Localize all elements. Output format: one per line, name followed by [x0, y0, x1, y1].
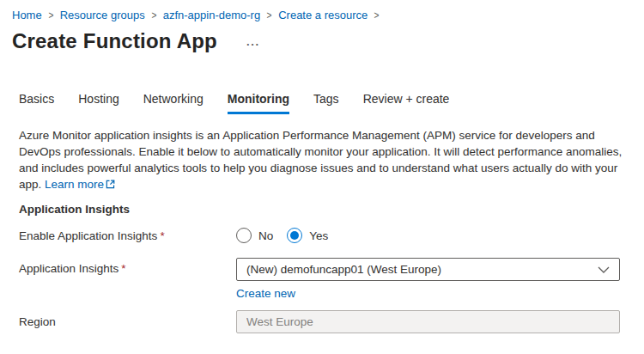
tab-tags[interactable]: Tags	[313, 92, 339, 114]
monitoring-description: Azure Monitor application insights is an…	[19, 127, 625, 193]
application-insights-row: Application Insights* (New) demofuncapp0…	[19, 258, 644, 300]
breadcrumb-separator: >	[267, 9, 272, 21]
radio-yes-label: Yes	[309, 229, 328, 242]
learn-more-link[interactable]: Learn more	[45, 178, 104, 191]
application-insights-control: (New) demofuncapp01 (West Europe) Create…	[236, 258, 620, 300]
region-label: Region	[19, 315, 236, 328]
application-insights-selected-value: (New) demofuncapp01 (West Europe)	[246, 263, 441, 276]
breadcrumb-separator: >	[151, 9, 156, 21]
tab-networking[interactable]: Networking	[143, 92, 204, 114]
breadcrumb-resource-groups[interactable]: Resource groups	[60, 9, 145, 21]
radio-option-yes[interactable]: Yes	[287, 228, 328, 243]
chevron-down-icon	[598, 266, 610, 273]
breadcrumb-home[interactable]: Home	[12, 9, 42, 21]
wizard-tabs: Basics Hosting Networking Monitoring Tag…	[19, 92, 644, 114]
tab-monitoring[interactable]: Monitoring	[228, 92, 289, 114]
breadcrumb-separator: >	[48, 9, 53, 21]
region-input	[236, 310, 620, 333]
required-asterisk: *	[121, 262, 125, 275]
enable-app-insights-radio-group: No Yes	[236, 228, 328, 243]
enable-application-insights-row: Enable Application Insights* No Yes	[19, 224, 644, 247]
enable-application-insights-label-text: Enable Application Insights	[19, 229, 157, 242]
application-insights-label: Application Insights*	[19, 258, 236, 275]
tab-basics[interactable]: Basics	[19, 92, 54, 114]
region-row: Region	[19, 310, 644, 333]
required-asterisk: *	[160, 229, 164, 242]
enable-application-insights-label: Enable Application Insights*	[19, 229, 236, 242]
application-insights-label-text: Application Insights	[19, 262, 118, 275]
more-options-ellipsis-icon[interactable]: ···	[246, 38, 260, 51]
radio-no-label: No	[258, 229, 273, 242]
tab-review-create[interactable]: Review + create	[363, 92, 450, 114]
page-title: Create Function App	[12, 29, 217, 53]
page-header: Create Function App ···	[12, 29, 644, 53]
radio-option-no[interactable]: No	[236, 228, 273, 243]
create-new-link[interactable]: Create new	[236, 287, 620, 300]
radio-yes-circle-icon[interactable]	[287, 228, 302, 243]
breadcrumb-resource-group-name[interactable]: azfn-appin-demo-rg	[163, 9, 260, 21]
radio-no-circle-icon[interactable]	[236, 228, 252, 243]
application-insights-section-heading: Application Insights	[19, 203, 644, 216]
application-insights-dropdown[interactable]: (New) demofuncapp01 (West Europe)	[236, 258, 620, 281]
radio-selected-dot	[290, 231, 299, 240]
breadcrumb: Home > Resource groups > azfn-appin-demo…	[0, 0, 644, 21]
external-link-icon	[106, 177, 115, 193]
breadcrumb-create-a-resource[interactable]: Create a resource	[278, 9, 368, 21]
tab-hosting[interactable]: Hosting	[78, 92, 118, 114]
breadcrumb-separator: >	[374, 9, 380, 21]
